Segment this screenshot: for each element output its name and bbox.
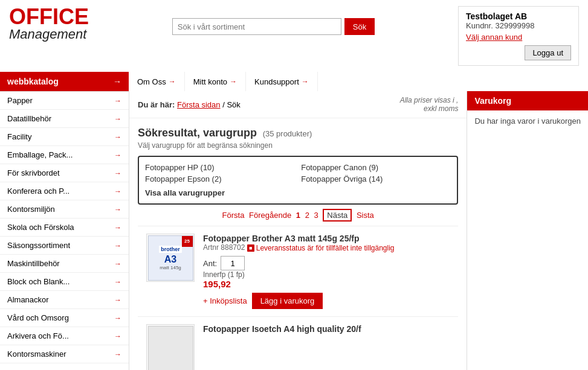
sidebar-vard-label: Vård och Omsorg [7,313,69,322]
pagination-page-3[interactable]: 3 [314,211,318,220]
sidebar-emballage-label: Emballage, Pack... [7,150,73,159]
varugrupp-hp[interactable]: Fotopapper HP (10) [145,163,295,172]
sidebar-facility-arrow: → [114,133,121,141]
sidebar-item-arkivera[interactable]: Arkivera och Fö... → [0,327,129,345]
sidebar-item-kontorsmaskiner[interactable]: Kontorsmaskiner → [0,345,129,363]
brother-product-image: 25 brother A3 matt 145g [148,235,193,281]
product-details-0: Fotopapper Brother A3 matt 145g 25/fp Ar… [203,234,450,309]
brother-pack-label: matt 145g [160,265,181,270]
nav-kundsupport-arrow: → [302,77,309,86]
sidebar-item-datatillbehor[interactable]: Datatillbehör → [0,110,129,128]
webbkatalog-nav[interactable]: webbkatalog → [0,72,129,91]
varugrupp-hp-name: Fotopapper HP [145,163,198,172]
nav-mitt-konto-arrow: → [230,77,237,86]
qty-input-0[interactable] [221,256,245,270]
results-title: Sökresultat, varugrupp [138,127,257,139]
pagination-foregaende[interactable]: Föregående [249,211,291,220]
sidebar-skola-label: Skola och Förskola [7,223,74,232]
sidebar-datatillbehor-arrow: → [114,115,121,123]
sidebar-item-skola[interactable]: Skola och Förskola → [0,218,129,237]
sidebar-sasong-label: Säsongssortiment [7,241,70,250]
sidebar-kontorsmiljon-arrow: → [114,205,121,214]
sidebar-skola-arrow: → [114,223,121,232]
breadcrumb: Du är här: Första sidan / Sök Alla prise… [129,91,467,118]
varugrupp-ovriga[interactable]: Fotopapper Övriga (14) [301,174,451,183]
sidebar-item-vard[interactable]: Vård och Omsorg → [0,309,129,327]
navbar: webbkatalog → Om Oss → Mitt konto → Kund… [0,72,588,91]
nav-kundsupport[interactable]: Kundsupport → [246,72,318,91]
search-input[interactable] [172,18,341,35]
logo-office: OFFICE [9,6,89,28]
sidebar-item-emballage[interactable]: Emballage, Pack... → [0,146,129,164]
sidebar-papper-label: Papper [7,96,33,105]
account-nr: Kundnr. 329999998 [466,21,571,30]
status-text-0: Leveransstatus är för tillfället inte ti… [256,244,395,252]
header: OFFICE Management Sök Testbolaget AB Kun… [0,0,588,72]
sidebar-block-label: Block och Blank... [7,277,69,286]
sidebar: Papper → Datatillbehör → Facility → Emba… [0,91,129,370]
valj-annan-kund-link[interactable]: Välj annan kund [466,33,571,42]
sidebar-vard-arrow: → [114,314,121,322]
product-status-0: ■ Leveransstatus är för tillfället inte … [247,244,395,252]
pagination-forsta[interactable]: Första [222,211,245,220]
product-name-1[interactable]: Fotopapper Isoetch A4 high quality 20/f [203,324,450,334]
logga-ut-button[interactable]: Logga ut [525,45,571,60]
sidebar-item-block[interactable]: Block och Blank... → [0,273,129,291]
pagination-page-2[interactable]: 2 [305,211,309,220]
inkopslista-link-0[interactable]: + Inköpslista [203,296,247,305]
sidebar-facility-label: Facility [7,132,31,141]
product-price-0: 195,92 [203,279,450,289]
account-nr-value: 329999998 [495,21,534,30]
visa-alla-varugrupper[interactable]: Visa alla varugrupper [145,188,451,197]
nav-mitt-konto-label: Mitt konto [193,77,227,86]
webbkatalog-label: webbkatalog [7,77,59,86]
sidebar-maskintillbehor-arrow: → [114,260,121,268]
varugrupp-hp-count: (10) [201,163,215,172]
varugrupp-box: Fotopapper HP (10) Fotopapper Canon (9) … [138,156,458,205]
top-nav: Om Oss → Mitt konto → Kundsupport → [129,72,588,91]
logo-area: OFFICE Management [9,6,89,41]
search-button[interactable]: Sök [344,18,375,35]
lagg-i-varukorg-button-0[interactable]: Lägg i varukorg [252,293,323,309]
sidebar-item-maskintillbehor[interactable]: Maskintillbehör → [0,255,129,273]
sidebar-skrivbordet-label: För skrivbordet [7,168,60,177]
pagination-page-1[interactable]: 1 [296,211,300,220]
sidebar-konferera-label: Konferera och P... [7,187,69,196]
varugrupp-ovriga-name: Fotopapper Övriga [301,174,366,183]
nav-om-oss[interactable]: Om Oss → [129,72,185,91]
product-qty-row-0: Ant: [203,256,450,270]
nav-mitt-konto[interactable]: Mitt konto → [185,72,246,91]
varugrupp-ovriga-count: (14) [369,174,383,183]
sidebar-item-facility[interactable]: Facility → [0,128,129,146]
breadcrumb-home-link[interactable]: Första sidan [177,100,221,109]
nav-kundsupport-label: Kundsupport [254,77,299,86]
sidebar-item-for-skrivbordet[interactable]: För skrivbordet → [0,164,129,182]
varugrupp-canon[interactable]: Fotopapper Canon (9) [301,163,451,172]
webbkatalog-arrow: → [113,77,121,86]
sidebar-arkivera-arrow: → [114,332,121,340]
breadcrumb-price-info: Alla priser visas i , exkl moms [400,96,459,113]
pagination-sista[interactable]: Sista [357,211,374,220]
sidebar-kontorsmaskiner-arrow: → [114,350,121,359]
varugrupp-epson[interactable]: Fotopapper Epson (2) [145,174,295,183]
sidebar-item-papper[interactable]: Papper → [0,92,129,110]
sidebar-item-kontorsmiljon[interactable]: Kontorsmiljön → [0,200,129,218]
sidebar-item-sasong[interactable]: Säsongssortiment → [0,237,129,255]
results-subtitle: Välj varugrupp för att begränsa sökninge… [138,141,458,150]
brother-a3-label: A3 [164,254,176,265]
pagination-nasta[interactable]: Nästa [323,209,352,222]
sidebar-item-almanackor[interactable]: Almanackor → [0,291,129,309]
sidebar-block-arrow: → [114,278,121,286]
sidebar-almanackor-arrow: → [114,296,121,304]
search-area: Sök [172,18,375,35]
sidebar-konferera-arrow: → [114,187,121,196]
sidebar-item-konferera[interactable]: Konferera och P... → [0,182,129,200]
brother-logo: brother [159,246,182,253]
brother-corner: 25 [182,236,193,247]
product-name-0[interactable]: Fotopapper Brother A3 matt 145g 25/fp [203,234,450,243]
product-row-1: Fotopapper Isoetch A4 high quality 20/f [138,316,458,370]
account-nr-label: Kundnr. [466,21,493,30]
sidebar-datatillbehor-label: Datatillbehör [7,114,51,123]
results-count: (35 produkter) [263,129,312,138]
results-heading: Sökresultat, varugrupp (35 produkter) [138,127,458,139]
